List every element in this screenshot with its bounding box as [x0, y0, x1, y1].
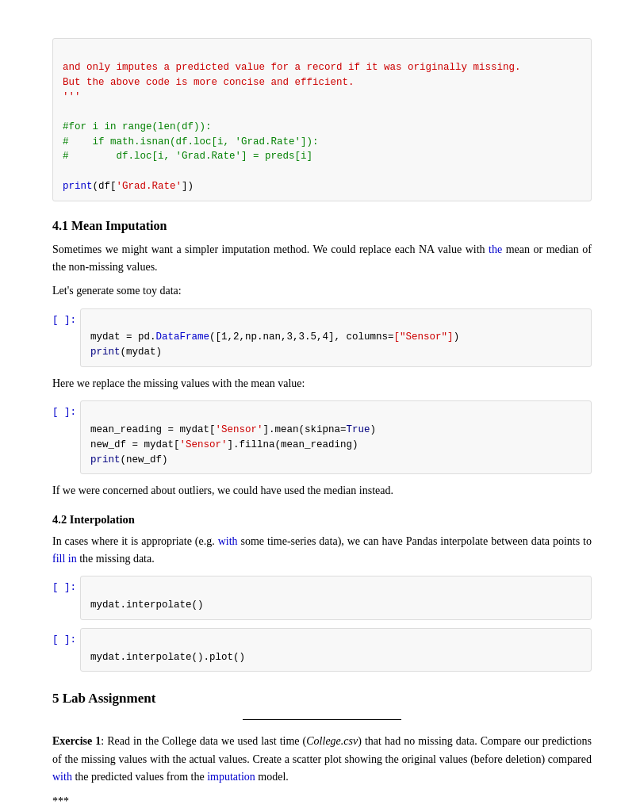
cell-3-label: [ ]:	[52, 576, 80, 593]
cell-1-label: [ ]:	[52, 308, 80, 326]
exercise-1-body: : Read in the College data we used last …	[52, 735, 592, 783]
code-line-3: '''	[63, 91, 81, 102]
code-line-2: But the above code is more concise and e…	[63, 77, 355, 88]
cell-1-line-1: mydat = pd.DataFrame([1,2,np.nan,3,3.5,4…	[90, 331, 459, 343]
cell-3-line-1: mydat.interpolate()	[90, 599, 204, 611]
section-4-1-para1: Sometimes we might want a simpler imputa…	[52, 241, 592, 277]
code-line-1: and only imputes a predicted value for a…	[63, 62, 521, 73]
cell-3-row: [ ]: mydat.interpolate()	[52, 576, 592, 620]
section-4-2-heading: 4.2 Interpolation	[52, 513, 592, 527]
cell-1-line-2: print(mydat)	[90, 347, 162, 358]
cell-4-label: [ ]:	[52, 628, 80, 645]
text-the: the	[489, 243, 502, 255]
exercise-1-label: Exercise 1	[52, 735, 101, 747]
text-imputation: imputation	[207, 771, 255, 783]
code-line-5: # if math.isnan(df.loc[i, 'Grad.Rate']):	[63, 136, 319, 147]
exercise-1-stars: ***	[52, 793, 592, 810]
section-5-heading: 5 Lab Assignment	[52, 691, 592, 707]
section-4-2-para1: In cases where it is appropriate (e.g. w…	[52, 533, 592, 569]
page-container: and only imputes a predicted value for a…	[21, 16, 623, 812]
cell-1-row: [ ]: mydat = pd.DataFrame([1,2,np.nan,3,…	[52, 308, 592, 367]
exercise-1-block: Exercise 1: Read in the College data we …	[52, 733, 592, 810]
cell-2-code[interactable]: mean_reading = mydat['Sensor'].mean(skip…	[80, 400, 592, 474]
cell-2-row: [ ]: mean_reading = mydat['Sensor'].mean…	[52, 400, 592, 474]
code-line-4: #for i in range(len(df)):	[63, 121, 212, 132]
section-4-1-para3: Here we replace the missing values with …	[52, 375, 592, 393]
text-with: with	[218, 535, 238, 547]
code-line-7: print(df['Grad.Rate'])	[63, 181, 194, 192]
cell-2-line-2: new_df = mydat['Sensor'].fillna(mean_rea…	[90, 439, 358, 450]
cell-4-line-1: mydat.interpolate().plot()	[90, 652, 245, 663]
text-with2: with	[52, 771, 72, 783]
section-4-1-para4: If we were concerned about outliers, we …	[52, 482, 592, 500]
cell-1-code[interactable]: mydat = pd.DataFrame([1,2,np.nan,3,3.5,4…	[80, 308, 592, 367]
exercise-1-text: Exercise 1: Read in the College data we …	[52, 733, 592, 786]
college-csv-italic: College.csv	[306, 735, 358, 747]
cell-2-line-1: mean_reading = mydat['Sensor'].mean(skip…	[90, 424, 376, 435]
cell-2-label: [ ]:	[52, 400, 80, 418]
text-in: in	[68, 553, 77, 565]
code-line-6: # df.loc[i, 'Grad.Rate'] = preds[i]	[63, 151, 312, 162]
cell-3-code[interactable]: mydat.interpolate()	[80, 576, 592, 620]
section-5-divider-top	[243, 719, 401, 720]
cell-2-line-3: print(new_df)	[90, 454, 168, 465]
cell-4-code[interactable]: mydat.interpolate().plot()	[80, 628, 592, 672]
section-4-1-heading: 4.1 Mean Imputation	[52, 219, 592, 233]
section-4-1-para2: Let's generate some toy data:	[52, 282, 592, 300]
cell-4-row: [ ]: mydat.interpolate().plot()	[52, 628, 592, 672]
top-code-block: and only imputes a predicted value for a…	[52, 38, 592, 201]
text-fill: fill	[52, 553, 65, 565]
section-5-container: 5 Lab Assignment Exercise 1: Read in the…	[52, 691, 592, 812]
